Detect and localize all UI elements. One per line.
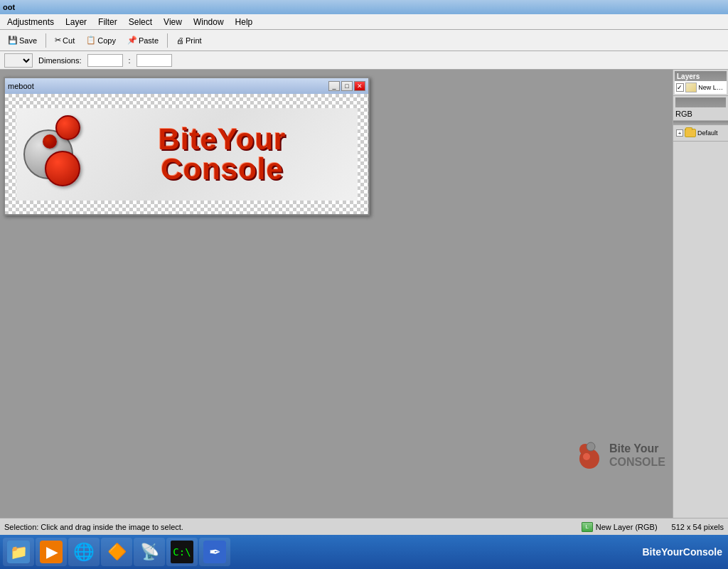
title-text: oot [3, 3, 15, 11]
joystick-stick [43, 134, 57, 149]
doc-title: meboot [8, 82, 34, 90]
layers-panel-title: Layers [675, 71, 727, 81]
folder-icon [685, 129, 696, 137]
doc-window-controls: _ □ ✕ [328, 81, 365, 91]
dimension-width-input[interactable] [87, 54, 123, 67]
save-button[interactable]: 💾 Save [3, 33, 42, 47]
doc-title-bar: meboot _ □ ✕ [5, 78, 368, 94]
taskbar-btn-filezilla[interactable]: 📡 [134, 538, 165, 566]
watermark-bottom: CONSOLE [609, 455, 665, 469]
status-right: 512 x 54 pixels [672, 523, 724, 531]
doc-close-button[interactable]: ✕ [354, 81, 365, 91]
menu-select[interactable]: Select [123, 16, 158, 28]
print-icon: 🖨 [176, 36, 184, 45]
color-panel-title-bar [675, 97, 726, 107]
dimension-separator: : [129, 56, 131, 65]
color-mode-row: RGB [673, 96, 728, 121]
watermark-logo [575, 441, 604, 469]
taskbar-media-icon: ▶ [40, 541, 63, 563]
taskbar-terminal-icon: C:\ [171, 541, 193, 563]
layer-thumbnail [685, 83, 697, 92]
menu-adjustments[interactable]: Adjustments [1, 16, 60, 28]
canvas-checkerboard: BiteYour Console [5, 94, 368, 214]
toolbar: 💾 Save ✂ Cut 📋 Copy 📌 Paste 🖨 Print [0, 30, 728, 51]
cut-icon: ✂ [55, 36, 61, 45]
menu-layer[interactable]: Layer [60, 16, 92, 28]
doc-canvas: BiteYour Console [5, 94, 368, 214]
selection-mode-select[interactable] [4, 53, 33, 68]
button-circle-large [45, 151, 80, 186]
doc-maximize-button[interactable]: □ [341, 81, 353, 91]
taskbar-files-icon: 📁 [7, 541, 30, 563]
main-content: meboot _ □ ✕ [0, 70, 728, 518]
taskbar-btn-vlc[interactable]: 🔶 [101, 538, 132, 566]
options-bar: Dimensions: : [0, 51, 728, 70]
status-bar: Selection: Click and drag inside the ima… [0, 518, 728, 535]
taskbar-btn-terminal[interactable]: C:\ [166, 538, 198, 566]
canvas-area: meboot _ □ ✕ [0, 70, 728, 518]
document-window: meboot _ □ ✕ [4, 77, 370, 216]
layers-panel: Layers ✓ New Lay... [673, 70, 728, 96]
layer-visibility-check[interactable]: ✓ [676, 83, 684, 92]
banner-image: BiteYour Console [16, 108, 358, 201]
layer-row[interactable]: ✓ New Lay... [675, 81, 727, 94]
menu-help[interactable]: Help [230, 16, 259, 28]
watermark: Bite Your CONSOLE [569, 435, 671, 475]
paths-row: + Default [675, 127, 727, 139]
dimension-height-input[interactable] [136, 54, 172, 67]
toolbar-separator-1 [46, 33, 46, 48]
taskbar-btn-chrome[interactable]: 🌐 [68, 538, 100, 566]
button-circle-small [55, 115, 80, 140]
menu-filter[interactable]: Filter [92, 16, 123, 28]
dimensions-label: Dimensions: [38, 56, 82, 65]
taskbar-app-icon: ✒ [203, 541, 226, 563]
copy-icon: 📋 [86, 36, 96, 45]
status-message: Selection: Click and drag inside the ima… [4, 523, 183, 531]
menu-bar: Adjustments Layer Filter Select View Win… [0, 14, 728, 30]
copy-button[interactable]: 📋 Copy [81, 33, 121, 47]
status-left: Selection: Click and drag inside the ima… [4, 523, 567, 531]
banner-title-top: BiteYour [159, 124, 287, 154]
status-center: L New Layer (RGB) [567, 522, 672, 532]
svg-point-2 [587, 442, 595, 451]
cut-button[interactable]: ✂ Cut [50, 33, 80, 47]
banner-text-area: BiteYour Console [87, 124, 358, 184]
print-button[interactable]: 🖨 Print [171, 34, 207, 47]
save-icon: 💾 [8, 36, 18, 45]
taskbar-vlc-icon: 🔶 [105, 541, 128, 563]
svg-point-3 [583, 453, 590, 460]
paste-button[interactable]: 📌 Paste [122, 33, 164, 47]
taskbar-btn-app[interactable]: ✒ [199, 538, 230, 566]
expand-paths-icon[interactable]: + [676, 129, 683, 137]
layer-status-text: New Layer (RGB) [596, 523, 658, 531]
color-mode-label: RGB [675, 110, 692, 118]
paths-panel: + Default [673, 125, 728, 142]
banner-left-decoration [16, 108, 87, 201]
layer-name: New Lay... [698, 84, 725, 91]
pixel-dimensions: 512 x 54 pixels [672, 523, 724, 531]
taskbar-chrome-icon: 🌐 [73, 541, 95, 563]
menu-view[interactable]: View [158, 16, 188, 28]
layer-status-icon: L [582, 522, 593, 532]
default-path-label: Default [697, 129, 718, 137]
watermark-brand-text: Bite Your CONSOLE [609, 442, 665, 469]
right-panel: Layers ✓ New Lay... RGB + Default [673, 70, 728, 518]
taskbar-btn-media[interactable]: ▶ [36, 538, 67, 566]
taskbar-btn-files[interactable]: 📁 [3, 538, 34, 566]
doc-minimize-button[interactable]: _ [328, 81, 340, 91]
taskbar-filezilla-icon: 📡 [138, 541, 161, 563]
paste-icon: 📌 [127, 36, 137, 45]
title-bar: oot [0, 0, 728, 14]
taskbar-brand-text: BiteYourConsole [642, 546, 722, 558]
taskbar-brand: BiteYourConsole [642, 546, 725, 558]
menu-window[interactable]: Window [188, 16, 230, 28]
banner-title-bottom: Console [161, 154, 284, 184]
taskbar: 📁 ▶ 🌐 🔶 📡 C:\ ✒ BiteYourConsole [0, 535, 728, 569]
watermark-top: Bite Your [609, 442, 665, 455]
toolbar-separator-2 [167, 33, 168, 48]
